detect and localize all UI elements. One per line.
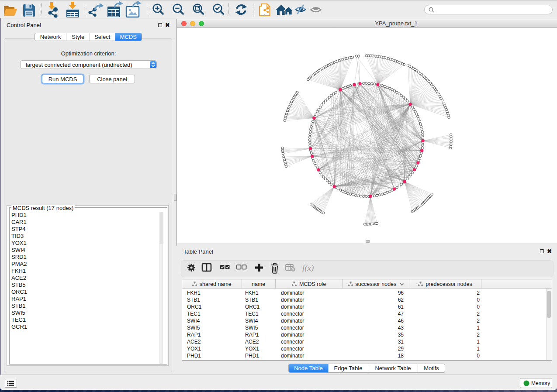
svg-text:f(x): f(x)	[302, 263, 314, 273]
